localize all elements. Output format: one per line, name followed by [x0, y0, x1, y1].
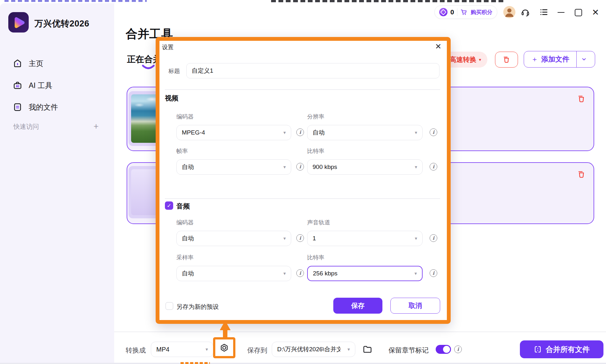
video-encoder-select[interactable]: MPEG-4 ▾ — [176, 125, 291, 140]
sidebar-item-home[interactable]: 主页 — [13, 55, 43, 72]
minimize-icon — [558, 12, 565, 13]
trash-icon — [502, 55, 511, 64]
credits-pill[interactable]: 0 购买积分 — [434, 5, 497, 19]
save-path-select[interactable]: D:\万兴优转2026\合并文件 ▾ — [272, 342, 355, 357]
dialog-close-icon[interactable]: ✕ — [435, 43, 441, 50]
add-files-label: 添加文件 — [541, 55, 569, 64]
sidebar-item-label: 我的文件 — [29, 102, 58, 112]
merge-all-button[interactable]: 合并所有文件 — [520, 340, 603, 358]
chevron-down-icon: ▾ — [411, 130, 417, 135]
keep-chapters-label: 保留章节标记 — [388, 346, 429, 355]
chevron-down-icon: ▾ — [280, 164, 286, 170]
info-icon[interactable]: i — [296, 234, 304, 242]
save-as-preset-checkbox[interactable] — [166, 302, 173, 310]
info-icon[interactable]: i — [296, 269, 304, 277]
settings-highlight-box[interactable] — [213, 337, 235, 358]
info-icon[interactable]: i — [296, 128, 304, 136]
video-encoder-label: 编码器 — [176, 113, 194, 120]
audio-enabled-checkbox[interactable]: ✓ — [165, 201, 173, 210]
audio-encoder-select[interactable]: 自动 ▾ — [176, 231, 291, 246]
chevron-down-icon: ▾ — [202, 346, 208, 352]
chevron-down-icon: ▾ — [280, 236, 286, 241]
check-icon: ✓ — [167, 202, 171, 209]
clipped-text-artifact-left — [4, 0, 147, 2]
buy-credits-label: 购买积分 — [471, 9, 492, 16]
delete-file-icon[interactable] — [577, 94, 586, 103]
open-folder-icon[interactable] — [362, 344, 373, 354]
app-logo — [8, 12, 29, 33]
maximize-button[interactable] — [573, 7, 584, 18]
home-icon — [13, 59, 22, 68]
video-bitrate-label: 比特率 — [307, 147, 324, 155]
resolution-label: 分辨率 — [307, 113, 324, 120]
info-icon[interactable]: i — [430, 234, 437, 242]
sidebar-item-my-files[interactable]: 我的文件 — [13, 98, 58, 116]
divider — [165, 89, 440, 90]
cancel-button[interactable]: 取消 — [390, 298, 440, 314]
info-icon[interactable]: i — [430, 163, 437, 171]
save-path-value: D:\万兴优转2026\合并文件 — [277, 345, 340, 353]
chevron-down-icon: ▾ — [344, 346, 350, 352]
plus-icon: ＋ — [531, 55, 538, 64]
keep-chapters-toggle[interactable] — [436, 345, 451, 354]
avatar[interactable] — [503, 6, 515, 18]
audio-encoder-label: 编码器 — [176, 219, 194, 226]
samplerate-select[interactable]: 自动 ▾ — [176, 266, 291, 281]
close-icon: ✕ — [592, 8, 599, 17]
chevron-down-icon: ▾ — [411, 236, 417, 241]
sidebar: 万兴优转2026 主页 AI 工具 我的文件 快速访问 ＋ — [0, 3, 114, 364]
minimize-button[interactable] — [556, 7, 566, 18]
quick-access-label: 快速访问 — [13, 122, 39, 131]
sidebar-item-ai-tools[interactable]: AI 工具 — [13, 77, 52, 94]
sidebar-item-label: 主页 — [29, 59, 43, 69]
coin-icon — [439, 8, 447, 16]
framerate-select[interactable]: 自动 ▾ — [176, 159, 291, 175]
name-field-label: 标题 — [168, 67, 180, 75]
add-files-dropdown-button[interactable] — [576, 51, 591, 67]
chevron-down-icon — [581, 56, 587, 62]
resolution-select[interactable]: 自动 ▾ — [307, 125, 423, 140]
add-files-button[interactable]: ＋ 添加文件 — [524, 51, 595, 68]
app-title: 万兴优转2026 — [34, 18, 89, 29]
chevron-down-icon: ▾ — [411, 271, 417, 276]
close-window-button[interactable]: ✕ — [590, 7, 601, 18]
audio-track-label: 声音轨道 — [307, 219, 330, 226]
output-format-select[interactable]: MP4 ▾ — [151, 342, 213, 357]
info-icon[interactable]: i — [454, 346, 462, 353]
merge-all-label: 合并所有文件 — [546, 345, 590, 354]
maximize-icon — [575, 9, 582, 16]
chevron-down-icon: ▾ — [411, 164, 417, 170]
delete-file-icon[interactable] — [577, 170, 586, 179]
audio-track-select[interactable]: 1 ▾ — [307, 231, 423, 246]
my-files-icon — [13, 102, 22, 112]
info-icon[interactable]: i — [296, 163, 304, 171]
fast-convert-label: 高速转换 — [449, 55, 476, 64]
add-files-main[interactable]: ＋ 添加文件 — [524, 51, 576, 67]
save-to-label: 保存到 — [247, 346, 267, 355]
credits-count: 0 — [450, 8, 454, 16]
audio-bitrate-select[interactable]: 256 kbps ▾ — [307, 266, 423, 281]
divider — [165, 198, 440, 199]
divider — [457, 8, 457, 16]
clear-all-button[interactable] — [495, 52, 518, 68]
video-bitrate-select[interactable]: 900 kbps ▾ — [307, 159, 423, 175]
convert-to-label: 转换成 — [126, 346, 146, 355]
support-button[interactable] — [520, 7, 531, 18]
gear-icon[interactable] — [219, 343, 229, 353]
output-format-value: MP4 — [156, 346, 169, 353]
dialog-title: 设置 — [162, 43, 174, 51]
audio-section-heading: 音频 — [176, 202, 190, 211]
quick-access-add-button[interactable]: ＋ — [92, 120, 100, 132]
name-input[interactable]: 自定义1 — [186, 63, 440, 78]
toggle-knob — [443, 346, 450, 353]
window-bottom-edge — [0, 363, 606, 364]
info-icon[interactable]: i — [430, 269, 437, 277]
play-logo-icon — [8, 12, 29, 33]
merge-icon — [534, 345, 542, 353]
info-icon[interactable]: i — [430, 128, 437, 136]
task-list-button[interactable] — [538, 7, 549, 18]
chevron-down-icon: ▾ — [479, 57, 481, 62]
framerate-label: 帧率 — [176, 147, 188, 155]
save-button[interactable]: 保存 — [333, 298, 382, 314]
bottom-bar-divider — [114, 331, 606, 332]
